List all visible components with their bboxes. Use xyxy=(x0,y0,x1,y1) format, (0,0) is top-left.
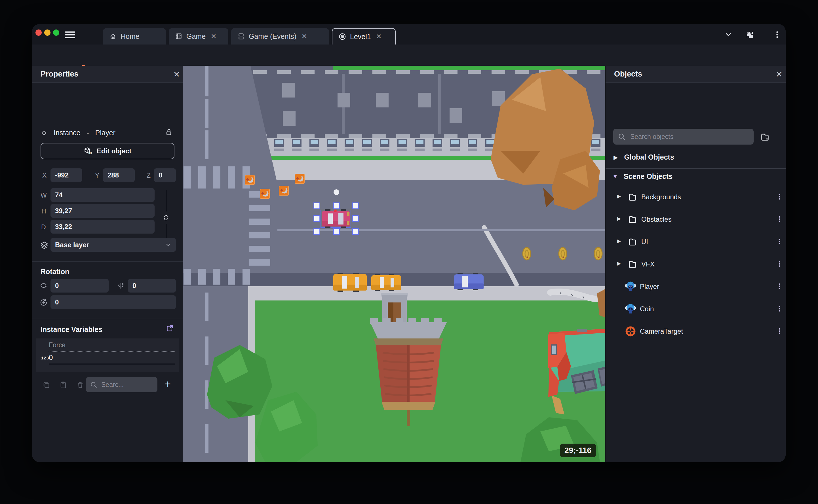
tree-label: CameraTarget xyxy=(640,327,683,335)
delete-variable-icon[interactable] xyxy=(76,381,84,389)
add-folder-icon[interactable] xyxy=(760,132,770,142)
divider xyxy=(606,168,786,169)
tree-item-backgrounds[interactable]: ▶ Backgrounds xyxy=(606,186,786,208)
x-label: X xyxy=(42,172,46,179)
tab-close-icon[interactable]: ✕ xyxy=(301,32,307,40)
objects-search[interactable] xyxy=(613,129,754,145)
scene-icon xyxy=(339,33,346,40)
global-objects-group[interactable]: ▶ Global Objects xyxy=(614,153,674,161)
main-menu-icon[interactable] xyxy=(65,30,75,39)
variables-table: Force 123 0 xyxy=(36,338,179,372)
kebab-menu-icon[interactable] xyxy=(776,283,783,290)
rotation-z-field[interactable] xyxy=(50,295,176,309)
h-label: H xyxy=(41,207,46,215)
rotation-y-field[interactable] xyxy=(128,279,176,293)
teal-house[interactable] xyxy=(548,329,605,397)
chevron-right-icon[interactable]: ▶ xyxy=(617,216,621,222)
rotate-z-icon xyxy=(39,298,48,307)
objects-search-input[interactable] xyxy=(630,133,749,141)
tree-item-ui[interactable]: ▶ UI xyxy=(606,231,786,253)
kebab-menu-icon[interactable] xyxy=(776,215,783,223)
blue-car[interactable] xyxy=(454,273,484,290)
variable-name[interactable]: Force xyxy=(49,341,175,352)
tree-label: Coin xyxy=(640,305,654,313)
chevron-down-icon[interactable] xyxy=(724,30,733,39)
chevron-right-icon[interactable]: ▶ xyxy=(617,261,621,266)
panel-title: Properties xyxy=(41,70,79,79)
yellow-car[interactable] xyxy=(371,274,401,291)
kebab-menu-icon[interactable] xyxy=(776,193,783,200)
player-object-icon xyxy=(625,281,637,293)
kebab-menu-icon[interactable] xyxy=(776,305,783,312)
close-icon[interactable]: ✕ xyxy=(776,70,782,79)
separator: - xyxy=(87,129,89,137)
search-icon xyxy=(618,133,626,141)
tab-close-icon[interactable]: ✕ xyxy=(211,32,216,40)
h-field[interactable] xyxy=(50,204,155,218)
chevron-right-icon: ▶ xyxy=(614,154,618,161)
camera-target-icon xyxy=(625,326,636,337)
kebab-menu-icon[interactable] xyxy=(773,30,781,39)
tab-label: Game xyxy=(186,32,206,41)
kebab-menu-icon[interactable] xyxy=(776,238,783,245)
tree-label: Obstacles xyxy=(641,215,672,223)
x-field[interactable] xyxy=(50,168,82,182)
variable-search[interactable] xyxy=(86,377,157,392)
copy-icon[interactable] xyxy=(42,381,50,389)
instance-object-name: Player xyxy=(95,129,115,137)
tree-item-coin[interactable]: Coin xyxy=(606,298,786,320)
group-label: Global Objects xyxy=(624,153,674,161)
scene-objects-group[interactable]: ▼ Scene Objects xyxy=(612,172,673,181)
tree-label: VFX xyxy=(641,260,655,268)
traffic-light-maximize[interactable] xyxy=(53,29,59,36)
variable-value[interactable]: 0 xyxy=(49,353,175,364)
tree-item-vfx[interactable]: ▶ VFX xyxy=(606,253,786,276)
search-icon xyxy=(90,381,97,388)
paste-icon[interactable] xyxy=(59,381,67,389)
d-field[interactable] xyxy=(50,220,155,234)
scene-canvas[interactable]: 29;-116 xyxy=(183,66,605,462)
link-dimensions-icon[interactable] xyxy=(162,214,170,222)
y-field[interactable] xyxy=(103,168,135,182)
z-field[interactable] xyxy=(154,168,176,182)
rotation-x-field[interactable] xyxy=(50,279,109,293)
open-variables-editor-icon[interactable] xyxy=(166,324,174,332)
kebab-menu-icon[interactable] xyxy=(776,327,783,335)
tree-item-cameratarget[interactable]: CameraTarget xyxy=(606,320,786,343)
tree-item-obstacles[interactable]: ▶ Obstacles xyxy=(606,208,786,231)
close-icon[interactable]: ✕ xyxy=(173,70,180,79)
tab-close-icon[interactable]: ✕ xyxy=(376,33,382,41)
chevron-right-icon[interactable]: ▶ xyxy=(617,238,621,244)
tab-home[interactable]: Home xyxy=(103,28,166,45)
traffic-light-close[interactable] xyxy=(35,29,42,36)
instance-variables-title: Instance Variables xyxy=(41,325,102,334)
z-label: Z xyxy=(147,172,151,179)
rotate-y-icon xyxy=(117,282,125,290)
home-icon xyxy=(109,33,117,40)
yellow-car[interactable] xyxy=(333,273,367,292)
edit-object-button[interactable]: Edit object xyxy=(41,143,174,159)
add-variable-button[interactable]: + xyxy=(165,378,171,390)
w-field[interactable] xyxy=(50,188,155,202)
extensions-icon[interactable] xyxy=(745,30,754,39)
tab-game-events[interactable]: Game (Events) ✕ xyxy=(231,28,329,45)
rotation-handle[interactable] xyxy=(333,189,339,195)
traffic-light-minimize[interactable] xyxy=(44,29,50,36)
folder-icon xyxy=(628,237,637,247)
instance-type: Instance xyxy=(54,129,81,137)
tab-label: Level1 xyxy=(350,33,371,41)
unlock-icon[interactable] xyxy=(165,128,173,136)
tab-game[interactable]: Game ✕ xyxy=(169,28,228,45)
tab-level1[interactable]: Level1 ✕ xyxy=(332,28,396,45)
tree-item-player[interactable]: Player xyxy=(606,276,786,298)
kebab-menu-icon[interactable] xyxy=(776,260,783,268)
chevron-right-icon[interactable]: ▶ xyxy=(617,193,621,199)
tree-label: Player xyxy=(640,283,659,291)
tab-label: Home xyxy=(120,32,139,41)
folder-icon xyxy=(628,259,637,269)
w-label: W xyxy=(41,192,47,199)
rotation-title: Rotation xyxy=(41,268,69,276)
layer-select[interactable]: Base layer xyxy=(50,238,176,252)
objects-panel: Objects ✕ ▶ Global Objects ▼ Scene Objec… xyxy=(605,66,786,462)
variable-search-input[interactable] xyxy=(101,381,153,389)
